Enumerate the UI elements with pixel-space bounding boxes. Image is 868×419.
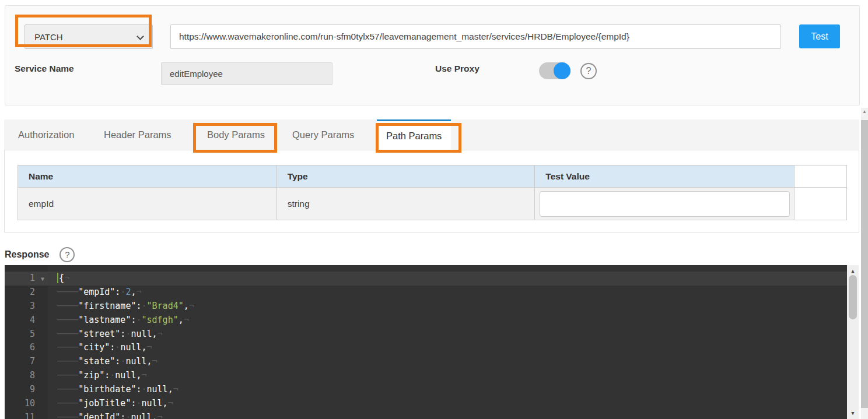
code-token: "zip": bbox=[78, 370, 110, 381]
line-number: 7 bbox=[5, 355, 48, 369]
code-line: ────"empId":·2,¬ bbox=[57, 286, 847, 300]
column-header-blank bbox=[794, 166, 847, 188]
rest-service-test-page: PATCH Test Service Name Use Proxy ? Auth… bbox=[0, 0, 868, 419]
tab-body-params[interactable]: Body Params bbox=[198, 119, 274, 150]
column-header-name: Name bbox=[18, 166, 277, 188]
code-token: null, bbox=[131, 329, 157, 339]
service-name-input bbox=[161, 62, 332, 85]
code-token: ¬ bbox=[142, 370, 147, 381]
code-token: "firstname": bbox=[78, 301, 141, 311]
fold-arrow-icon[interactable]: ▼ bbox=[41, 272, 44, 286]
code-token: ──── bbox=[57, 370, 78, 381]
line-number: 11 bbox=[5, 411, 48, 419]
code-token: null, bbox=[142, 398, 168, 409]
code-token: ──── bbox=[57, 287, 78, 297]
response-label: Response bbox=[5, 249, 49, 260]
code-line: ────"firstname":·"Brad4",¬ bbox=[57, 300, 847, 314]
code-token: "state": bbox=[78, 356, 120, 367]
column-header-type: Type bbox=[276, 166, 535, 188]
line-number: 8 bbox=[5, 369, 48, 383]
page-scrollbar[interactable]: ▲ bbox=[861, 108, 868, 419]
code-token: null, bbox=[147, 384, 173, 395]
code-line: ────"zip":·null,¬ bbox=[57, 369, 847, 383]
url-input[interactable] bbox=[170, 24, 781, 49]
code-token: , bbox=[184, 301, 189, 311]
tab-path-params[interactable]: Path Params bbox=[377, 119, 451, 151]
code-token: ──── bbox=[57, 329, 78, 339]
code-token: null, bbox=[131, 412, 157, 419]
code-line: {¬ bbox=[57, 272, 847, 286]
code-token: "empId": bbox=[78, 287, 120, 297]
code-token: null, bbox=[125, 356, 152, 367]
tab-bar: AuthorizationHeader ParamsBody ParamsQue… bbox=[4, 119, 859, 150]
response-editor[interactable]: 1▼234567891011 {¬────"empId":·2,¬────"fi… bbox=[5, 265, 859, 419]
code-token: null, bbox=[120, 342, 146, 353]
code-token: ¬ bbox=[152, 356, 158, 367]
code-line: ────"state":·null,¬ bbox=[57, 355, 847, 369]
scroll-up-arrow-icon[interactable]: ▲ bbox=[861, 109, 868, 114]
line-number: 1▼ bbox=[5, 272, 48, 286]
code-token: · bbox=[142, 384, 147, 395]
code-token: ¬ bbox=[168, 398, 173, 409]
editor-gutter: 1▼234567891011 bbox=[5, 265, 48, 419]
code-line: ────"lastname":·"sdfgh",¬ bbox=[57, 314, 847, 328]
code-token: ──── bbox=[57, 356, 78, 367]
service-name-label: Service Name bbox=[15, 64, 74, 74]
tab-header-params[interactable]: Header Params bbox=[94, 119, 181, 150]
line-number: 4 bbox=[5, 314, 48, 328]
param-name-cell: empId bbox=[18, 188, 277, 220]
code-line: ────"deptId":·null,¬ bbox=[57, 411, 847, 419]
code-token: ¬ bbox=[189, 301, 194, 311]
code-token: · bbox=[136, 398, 141, 409]
code-token: "lastname": bbox=[78, 315, 136, 325]
code-token: ──── bbox=[57, 315, 78, 325]
request-panel: PATCH Test Service Name Use Proxy ? bbox=[5, 5, 860, 105]
code-line: ────"city":·null,¬ bbox=[57, 341, 847, 355]
line-number: 6 bbox=[5, 341, 48, 355]
test-button[interactable]: Test bbox=[799, 24, 840, 48]
tab-authorization[interactable]: Authorization bbox=[9, 119, 83, 150]
code-token: ¬ bbox=[64, 273, 69, 283]
text-cursor bbox=[57, 273, 58, 283]
code-token: ¬ bbox=[147, 342, 152, 353]
scroll-down-arrow-icon[interactable]: ▼ bbox=[847, 410, 859, 417]
code-line: ────"street":·null,¬ bbox=[57, 328, 847, 341]
code-token: ──── bbox=[57, 412, 78, 419]
help-icon[interactable]: ? bbox=[580, 63, 597, 79]
code-token: , bbox=[178, 315, 184, 325]
code-token: ──── bbox=[57, 342, 78, 353]
column-header-test-value: Test Value bbox=[535, 166, 794, 188]
tab-query-params[interactable]: Query Params bbox=[283, 119, 363, 150]
line-number: 5 bbox=[5, 328, 48, 341]
blank-cell bbox=[794, 188, 847, 220]
test-value-input[interactable] bbox=[540, 191, 790, 217]
use-proxy-label: Use Proxy bbox=[435, 64, 480, 74]
code-token: "jobTitle": bbox=[78, 398, 136, 409]
page-scrollbar-thumb[interactable] bbox=[861, 120, 868, 408]
code-token: · bbox=[142, 301, 147, 311]
code-token: { bbox=[59, 273, 64, 283]
code-token: "Brad4" bbox=[147, 301, 184, 311]
table-row: empIdstring bbox=[18, 188, 847, 220]
scroll-up-arrow-icon[interactable]: ▲ bbox=[847, 267, 859, 274]
editor-scrollbar[interactable]: ▲ ▼ bbox=[847, 265, 859, 419]
code-token: ¬ bbox=[136, 287, 141, 297]
code-token: ──── bbox=[57, 301, 78, 311]
line-number: 10 bbox=[5, 397, 48, 411]
toggle-knob bbox=[554, 62, 570, 79]
line-number: 3 bbox=[5, 300, 48, 314]
code-token: ──── bbox=[57, 384, 78, 395]
line-number: 2 bbox=[5, 286, 48, 300]
code-token: ¬ bbox=[173, 384, 178, 395]
method-select[interactable]: PATCH bbox=[24, 24, 153, 49]
editor-scrollbar-thumb[interactable] bbox=[849, 275, 857, 319]
use-proxy-toggle[interactable] bbox=[539, 62, 570, 79]
code-token: null, bbox=[115, 370, 141, 381]
code-token: "deptId": bbox=[78, 412, 125, 419]
code-line: ────"birthdate":·null,¬ bbox=[57, 383, 847, 397]
help-icon[interactable]: ? bbox=[60, 247, 75, 262]
code-token: ¬ bbox=[158, 412, 163, 419]
editor-code: {¬────"empId":·2,¬────"firstname":·"Brad… bbox=[48, 265, 847, 419]
param-type-cell: string bbox=[276, 188, 535, 220]
code-token: · bbox=[136, 315, 141, 325]
